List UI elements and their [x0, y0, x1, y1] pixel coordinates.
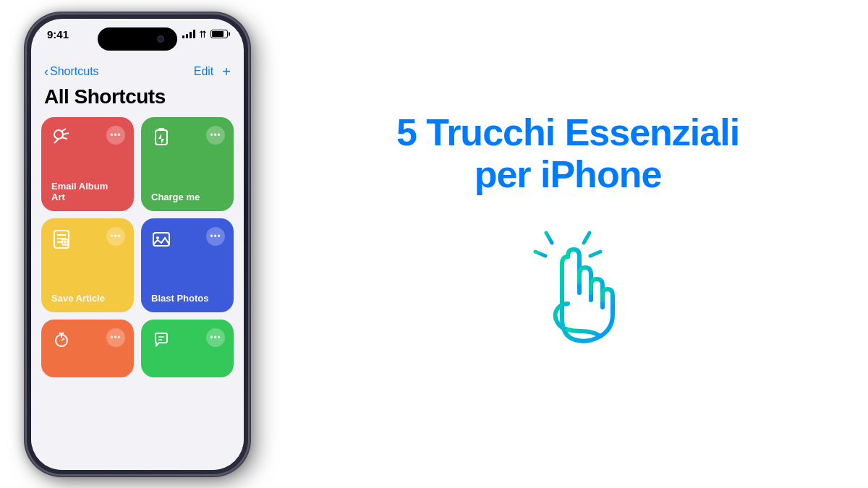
svg-line-3	[63, 133, 69, 134]
svg-rect-6	[158, 128, 164, 131]
add-button[interactable]: +	[222, 64, 231, 79]
more-button-message[interactable]: •••	[206, 328, 225, 347]
card-top: •••	[150, 126, 225, 149]
shortcut-card-charge-me[interactable]: ••• Charge me	[141, 117, 234, 211]
shortcut-name-email: Email Album Art	[50, 181, 125, 202]
signal-icon	[182, 30, 195, 38]
more-button-photos[interactable]: •••	[206, 227, 225, 246]
svg-marker-7	[158, 134, 164, 144]
more-button-email[interactable]: •••	[106, 126, 125, 145]
wifi-icon: ⇈	[199, 29, 207, 40]
shortcut-icon-timer	[50, 328, 73, 351]
svg-line-25	[546, 233, 552, 243]
edit-button[interactable]: Edit	[194, 65, 214, 78]
phone-wrapper: 9:41 ⇈	[0, 0, 275, 488]
svg-line-2	[61, 129, 66, 132]
status-time: 9:41	[47, 29, 69, 40]
page-container: 9:41 ⇈	[0, 0, 868, 488]
status-icons: ⇈	[182, 29, 228, 40]
shortcut-card-save-article[interactable]: ••• Save Article	[41, 218, 134, 312]
card-top-message: •••	[150, 328, 225, 351]
card-top: •••	[50, 126, 125, 149]
card-top-timer: •••	[50, 328, 125, 351]
more-button-timer[interactable]: •••	[106, 328, 125, 347]
shortcut-card-blast-photos[interactable]: ••• Blast Photos	[141, 218, 234, 312]
nav-back-label: Shortcuts	[50, 65, 99, 78]
headline-text: 5 Trucchi Essenziali per iPhone	[396, 112, 739, 194]
headline-line1: 5 Trucchi Essenziali	[396, 111, 739, 153]
screen-content: ‹ Shortcuts Edit + All Shortcuts	[31, 59, 244, 470]
shortcut-icon-charge	[150, 126, 173, 149]
shortcut-icon-message	[150, 328, 173, 351]
back-chevron-icon: ‹	[44, 64, 48, 80]
shortcut-name-article: Save Article	[50, 293, 125, 304]
nav-bar: ‹ Shortcuts Edit +	[31, 59, 244, 82]
more-button-article[interactable]: •••	[106, 227, 125, 246]
shortcuts-grid: ••• Email Album Art	[31, 117, 244, 312]
svg-line-26	[590, 252, 600, 256]
shortcuts-grid-bottom: •••	[31, 312, 244, 377]
headline-line2: per iPhone	[475, 153, 662, 195]
dynamic-island	[98, 27, 177, 51]
card-top: •••	[150, 227, 225, 250]
svg-line-1	[54, 139, 59, 143]
svg-point-16	[156, 236, 159, 239]
touch-icon	[488, 217, 647, 376]
svg-line-19	[61, 338, 64, 341]
phone-device: 9:41 ⇈	[25, 13, 250, 476]
shortcut-icon-article	[50, 227, 73, 250]
svg-line-24	[584, 233, 590, 243]
phone-screen: 9:41 ⇈	[31, 19, 244, 470]
battery-icon	[210, 30, 228, 38]
shortcut-name-photos: Blast Photos	[150, 293, 225, 304]
shortcut-icon-photos	[150, 227, 173, 250]
shortcut-card-timer[interactable]: •••	[41, 320, 134, 377]
right-section: 5 Trucchi Essenziali per iPhone	[275, 0, 868, 488]
svg-line-27	[535, 252, 545, 256]
shortcut-card-message[interactable]: •••	[141, 320, 234, 377]
shortcut-name-charge: Charge me	[150, 192, 225, 202]
card-top: •••	[50, 227, 125, 250]
shortcut-card-email-album-art[interactable]: ••• Email Album Art	[41, 117, 134, 211]
nav-actions: Edit +	[194, 64, 231, 79]
nav-back-button[interactable]: ‹ Shortcuts	[44, 64, 99, 80]
page-title: All Shortcuts	[31, 82, 244, 117]
svg-rect-15	[153, 233, 169, 246]
more-button-charge[interactable]: •••	[206, 126, 225, 145]
svg-line-4	[61, 137, 67, 139]
touch-icon-container	[488, 217, 647, 376]
shortcut-icon-email	[50, 126, 73, 149]
camera-indicator	[157, 35, 164, 43]
